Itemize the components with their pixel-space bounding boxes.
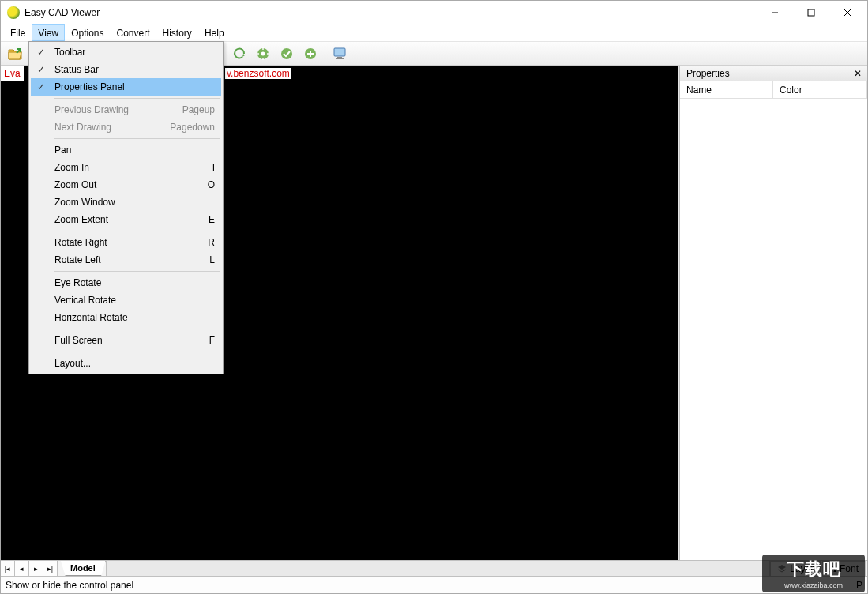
menu-separator: [54, 271, 220, 272]
menu-item-label: Zoom Extent: [51, 214, 209, 225]
svg-rect-31: [337, 57, 342, 58]
menu-item-label: Vertical Rotate: [51, 295, 215, 306]
font-icon: A: [829, 563, 836, 575]
menu-item-label: Zoom In: [51, 162, 212, 173]
menu-item-zoom-window[interactable]: Zoom Window: [31, 194, 221, 211]
check-icon: ✓: [31, 81, 51, 92]
menu-item-shortcut: R: [208, 237, 215, 248]
tab-strip: [106, 561, 770, 576]
menu-item-label: Eye Rotate: [51, 277, 215, 288]
menu-item-rotate-right[interactable]: Rotate RightR: [31, 234, 221, 251]
panel-tab-font[interactable]: A Font: [822, 561, 866, 576]
panel-tabs: Layer A Font: [769, 561, 867, 576]
menu-history[interactable]: History: [156, 24, 198, 41]
menu-item-label: Properties Panel: [51, 81, 215, 92]
menu-item-zoom-out[interactable]: Zoom OutO: [31, 176, 221, 194]
menu-item-shortcut: F: [209, 335, 215, 346]
menu-item-horizontal-rotate[interactable]: Horizontal Rotate: [31, 309, 221, 326]
properties-panel: Properties ✕ Name Color: [679, 66, 867, 560]
properties-columns: Name Color: [680, 81, 867, 99]
svg-point-21: [261, 51, 265, 55]
tab-model[interactable]: Model: [61, 561, 106, 576]
menu-item-shortcut: O: [208, 179, 215, 190]
menu-item-label: Full Screen: [51, 335, 209, 346]
window-title: Easy CAD Viewer: [24, 7, 100, 18]
menu-item-shortcut: L: [209, 254, 215, 265]
menu-item-label: Pan: [51, 145, 215, 156]
check-icon: ✓: [31, 47, 51, 58]
menu-separator: [54, 138, 220, 139]
menu-item-toolbar[interactable]: ✓Toolbar: [31, 43, 221, 61]
menu-item-layout[interactable]: Layout...: [31, 355, 221, 372]
menu-item-zoom-extent[interactable]: Zoom ExtentE: [31, 211, 221, 228]
menu-item-label: Rotate Left: [51, 254, 209, 265]
maximize-button[interactable]: [793, 1, 829, 24]
menu-item-eye-rotate[interactable]: Eye Rotate: [31, 274, 221, 291]
menu-separator: [54, 352, 220, 352]
menu-file[interactable]: File: [4, 24, 32, 41]
menu-item-previous-drawing: Previous DrawingPageup: [31, 101, 221, 118]
panel-tab-font-label: Font: [840, 563, 859, 574]
app-icon: [7, 6, 20, 19]
menu-convert[interactable]: Convert: [111, 24, 156, 41]
properties-header: Properties ✕: [680, 66, 867, 81]
title-bar: Easy CAD Viewer: [1, 1, 867, 24]
nav-next-button[interactable]: ▸: [29, 561, 43, 576]
properties-body: [680, 99, 867, 560]
panel-tab-layer[interactable]: Layer: [770, 561, 821, 576]
layers-icon: [777, 564, 787, 573]
open-file-button[interactable]: [4, 43, 26, 64]
rotate-left-button[interactable]: [228, 43, 250, 64]
status-text: Show or hide the control panel: [6, 580, 133, 591]
menu-item-label: Previous Drawing: [51, 104, 182, 115]
menu-item-rotate-left[interactable]: Rotate LeftL: [31, 251, 221, 269]
app-window: Easy CAD Viewer FileViewOptionsConvertHi…: [0, 0, 868, 594]
evaluation-watermark: Eva v.benzsoft.com: [1, 66, 24, 81]
properties-col-color[interactable]: Color: [773, 81, 867, 98]
toolbar-separator: [325, 45, 325, 62]
menu-item-full-screen[interactable]: Full ScreenF: [31, 332, 221, 349]
svg-rect-32: [336, 58, 344, 59]
menu-item-pan[interactable]: Pan: [31, 141, 221, 159]
bottom-tab-row: |◂ ◂ ▸ ▸| Model Layer A Font: [1, 560, 867, 576]
menu-item-shortcut: E: [209, 214, 215, 225]
menu-item-shortcut: I: [212, 162, 215, 173]
menu-item-label: Toolbar: [51, 47, 215, 58]
properties-title: Properties: [686, 68, 851, 79]
menu-separator: [54, 231, 220, 231]
svg-rect-30: [334, 48, 345, 56]
panel-tab-layer-label: Layer: [790, 563, 814, 574]
check-icon: ✓: [31, 64, 51, 75]
status-bar: Show or hide the control panel P: [1, 576, 867, 593]
menu-view[interactable]: View: [32, 24, 65, 41]
menu-help[interactable]: Help: [198, 24, 231, 41]
gear-button-2[interactable]: [276, 43, 298, 64]
menu-separator: [54, 98, 220, 99]
nav-prev-button[interactable]: ◂: [15, 561, 29, 576]
close-button[interactable]: [829, 1, 866, 24]
menu-item-status-bar[interactable]: ✓Status Bar: [31, 61, 221, 78]
menu-options[interactable]: Options: [65, 24, 110, 41]
menu-item-label: Rotate Right: [51, 237, 208, 248]
gear-button-1[interactable]: [252, 43, 274, 64]
menu-item-label: Next Drawing: [51, 122, 170, 133]
monitor-button[interactable]: [329, 43, 351, 64]
menu-item-vertical-rotate[interactable]: Vertical Rotate: [31, 291, 221, 309]
menu-item-properties-panel[interactable]: ✓Properties Panel: [31, 78, 221, 96]
menu-item-zoom-in[interactable]: Zoom InI: [31, 159, 221, 176]
menu-item-label: Zoom Window: [51, 197, 215, 208]
svg-rect-1: [808, 9, 814, 16]
nav-last-button[interactable]: ▸|: [43, 561, 58, 576]
minimize-button[interactable]: [757, 1, 793, 24]
gear-button-3[interactable]: [299, 43, 321, 64]
menu-item-label: Horizontal Rotate: [51, 312, 215, 323]
menu-item-label: Layout...: [51, 358, 215, 369]
menu-bar: FileViewOptionsConvertHistoryHelp: [1, 24, 867, 42]
menu-item-label: Zoom Out: [51, 179, 208, 190]
svg-point-26: [281, 48, 292, 59]
properties-close-button[interactable]: ✕: [851, 68, 864, 79]
properties-col-name[interactable]: Name: [680, 81, 773, 98]
view-menu-dropdown: ✓Toolbar✓Status Bar✓Properties PanelPrev…: [28, 41, 224, 374]
nav-first-button[interactable]: |◂: [1, 561, 15, 576]
status-right: P: [856, 580, 862, 591]
